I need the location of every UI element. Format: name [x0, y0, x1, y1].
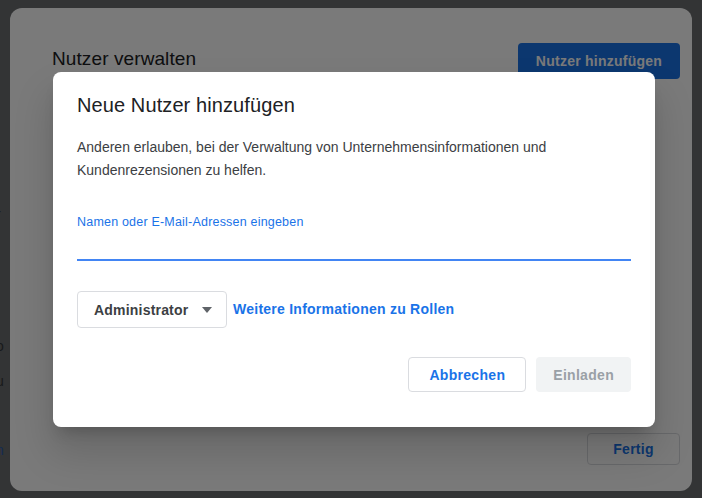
invite-button[interactable]: Einladen [536, 357, 631, 392]
cancel-button[interactable]: Abbrechen [408, 357, 526, 392]
dialog-description: Anderen erlauben, bei der Verwaltung von… [77, 136, 597, 182]
role-dropdown[interactable]: Administrator [77, 291, 227, 328]
roles-info-link[interactable]: Weitere Informationen zu Rollen [233, 291, 454, 328]
role-dropdown-value: Administrator [94, 302, 188, 318]
chevron-down-icon [202, 307, 212, 313]
user-email-input[interactable] [77, 230, 631, 261]
add-users-dialog: Neue Nutzer hinzufügen Anderen erlauben,… [53, 72, 655, 427]
dialog-title: Neue Nutzer hinzufügen [77, 94, 295, 117]
input-floating-label: Namen oder E-Mail-Adressen eingeben [77, 215, 304, 229]
dialog-actions: Abbrechen Einladen [408, 357, 631, 392]
